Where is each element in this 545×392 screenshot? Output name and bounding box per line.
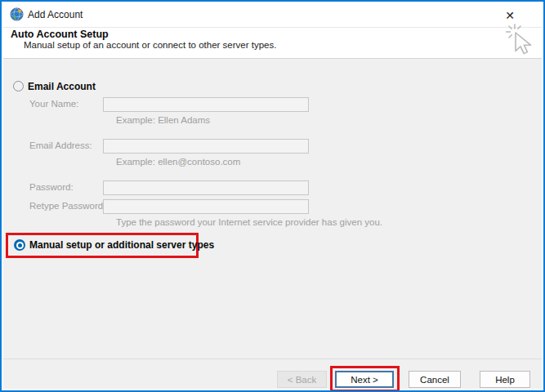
cancel-button[interactable]: Cancel — [409, 371, 461, 388]
page-title: Auto Account Setup — [11, 29, 109, 40]
password-input — [103, 180, 309, 195]
manual-setup-radio[interactable] — [14, 239, 25, 251]
help-button[interactable]: Help — [480, 371, 530, 388]
retype-password-input — [103, 199, 309, 214]
titlebar: Add Account ✕ — [3, 3, 542, 26]
password-label: Password: — [29, 180, 74, 194]
your-name-input — [103, 97, 309, 112]
retype-password-label: Retype Password: — [29, 199, 105, 213]
manual-setup-radio-label[interactable]: Manual setup or additional server types — [29, 239, 214, 251]
your-name-label: Your Name: — [29, 97, 78, 111]
email-address-label: Email Address: — [29, 139, 92, 153]
page-subtitle: Manual setup of an account or connect to… — [24, 40, 276, 50]
close-button[interactable]: ✕ — [501, 7, 519, 24]
window-title: Add Account — [28, 9, 83, 20]
add-account-dialog: Add Account ✕ Auto Account Setup Manual … — [0, 0, 545, 392]
wizard-header: Auto Account Setup Manual setup of an ac… — [3, 28, 542, 58]
account-globe-icon — [10, 7, 24, 21]
password-hint: Type the password your Internet service … — [116, 217, 382, 227]
close-icon: ✕ — [505, 9, 515, 22]
cursor-starburst-icon — [502, 24, 541, 56]
email-account-radio-label[interactable]: Email Account — [28, 81, 96, 92]
your-name-hint: Example: Ellen Adams — [116, 115, 210, 125]
next-button[interactable]: Next > — [335, 371, 394, 388]
dialog-body: Email Account Your Name: Example: Ellen … — [3, 59, 542, 389]
email-address-input — [103, 139, 309, 154]
email-address-hint: Example: ellen@contoso.com — [116, 157, 240, 167]
email-account-radio[interactable] — [13, 81, 24, 91]
back-button: < Back — [277, 371, 327, 388]
button-area-divider — [3, 359, 542, 359]
